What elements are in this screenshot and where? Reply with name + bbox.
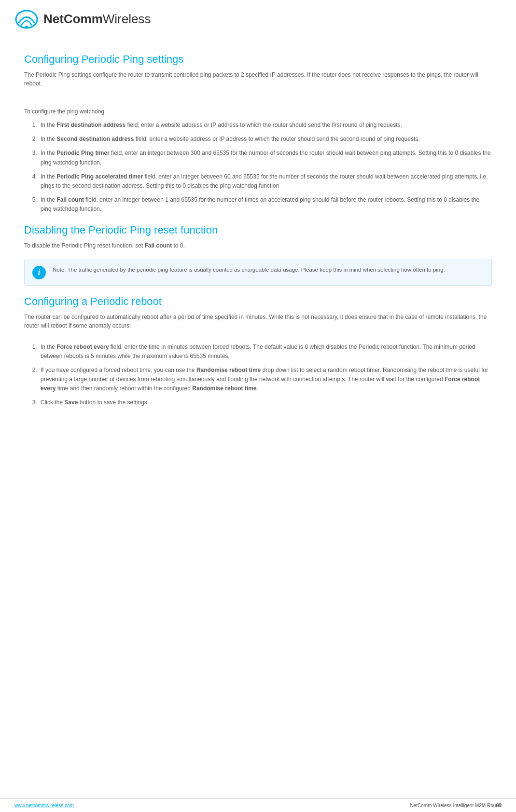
logo-icon xyxy=(14,9,39,29)
section3-title: Configuring a Periodic reboot xyxy=(24,295,492,308)
section1-title: Configuring Periodic Ping settings xyxy=(24,53,492,66)
section2-title: Disabling the Periodic Ping reset functi… xyxy=(24,224,492,236)
section1-description: The Periodic Ping settings configure the… xyxy=(24,70,492,88)
section1-intro: To configure the ping watchdog: xyxy=(24,107,492,116)
header: NetCommWireless xyxy=(0,0,516,34)
save-ref: Save xyxy=(64,399,78,406)
list-item: Click the Save button to save the settin… xyxy=(39,398,492,407)
footer-website: www.netcommwireless.com xyxy=(14,803,74,808)
list-item: In the Periodic Ping timer field, enter … xyxy=(39,149,492,167)
force-reboot-ref2: Force reboot every xyxy=(41,376,480,392)
section1-list: In the First destination address field, … xyxy=(39,121,492,214)
main-content: Configuring Periodic Ping settings The P… xyxy=(0,34,516,441)
list-item: In the Force reboot every field, enter t… xyxy=(39,343,492,361)
logo: NetCommWireless xyxy=(14,9,502,29)
list-item: In the Second destination address field,… xyxy=(39,135,492,144)
field-name-1: First destination address xyxy=(56,122,126,128)
field-name-5: Fail count xyxy=(56,196,84,203)
field-name-4: Periodic Ping accelerated timer xyxy=(56,173,143,180)
field-name-3: Periodic Ping timer xyxy=(56,150,109,156)
list-item: If you have configured a forced reboot t… xyxy=(39,366,492,394)
svg-point-1 xyxy=(25,26,28,28)
force-reboot-ref: Force reboot every xyxy=(56,344,109,350)
randomise-reboot-ref2: Randomise reboot time xyxy=(192,385,256,392)
list-item: In the Fail count field, enter an intege… xyxy=(39,195,492,214)
note-box: i Note: The traffic generated by the per… xyxy=(24,260,492,286)
list-item: In the First destination address field, … xyxy=(39,121,492,130)
randomise-reboot-ref1: Randomise reboot time xyxy=(196,367,261,373)
footer: www.netcommwireless.com NetComm Wireless… xyxy=(0,798,516,812)
footer-page: 65 xyxy=(496,803,502,808)
section3-list: In the Force reboot every field, enter t… xyxy=(39,343,492,408)
note-text: Note: The traffic generated by the perio… xyxy=(53,266,445,274)
section3-description: The router can be configured to automati… xyxy=(24,313,492,330)
fail-count-ref: Fail count xyxy=(144,242,172,249)
section2-description: To disable the Periodic Ping reset funct… xyxy=(24,241,492,250)
svg-point-0 xyxy=(16,11,37,28)
footer-product: NetComm Wireless Intelligent M2M Router xyxy=(410,803,502,808)
logo-text: NetCommWireless xyxy=(43,12,151,27)
info-icon: i xyxy=(32,266,46,279)
field-name-2: Second destination address xyxy=(56,136,134,142)
list-item: In the Periodic Ping accelerated timer f… xyxy=(39,172,492,191)
